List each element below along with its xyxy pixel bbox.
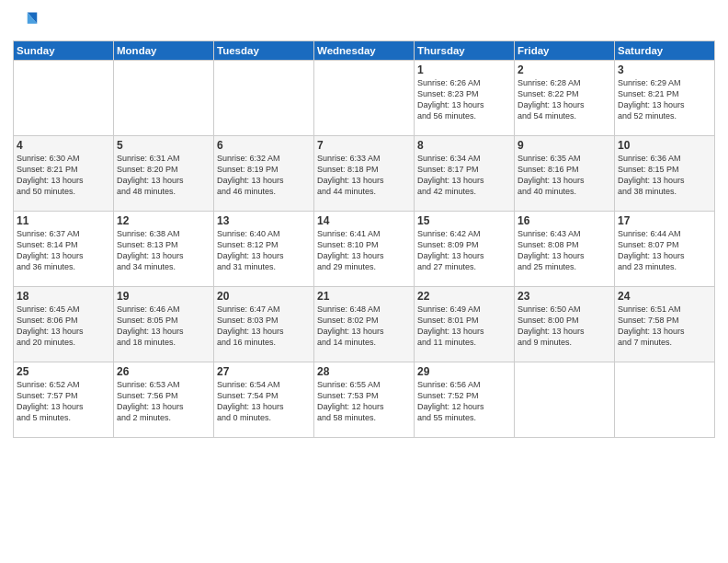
day-number: 2 (518, 63, 611, 76)
weekday-header-friday: Friday (515, 41, 615, 61)
day-detail: Sunrise: 6:30 AM Sunset: 8:21 PM Dayligh… (17, 153, 110, 198)
day-detail: Sunrise: 6:32 AM Sunset: 8:19 PM Dayligh… (217, 153, 311, 198)
week-row-2: 4Sunrise: 6:30 AM Sunset: 8:21 PM Daylig… (14, 136, 715, 212)
day-detail: Sunrise: 6:56 AM Sunset: 7:52 PM Dayligh… (417, 379, 511, 424)
day-cell: 23Sunrise: 6:50 AM Sunset: 8:00 PM Dayli… (515, 287, 615, 362)
day-number: 1 (417, 63, 511, 76)
day-cell: 10Sunrise: 6:36 AM Sunset: 8:15 PM Dayli… (615, 136, 715, 212)
day-number: 20 (217, 290, 311, 303)
day-detail: Sunrise: 6:54 AM Sunset: 7:54 PM Dayligh… (217, 379, 311, 424)
weekday-header-saturday: Saturday (615, 41, 715, 61)
day-cell: 8Sunrise: 6:34 AM Sunset: 8:17 PM Daylig… (415, 136, 515, 212)
day-cell: 3Sunrise: 6:29 AM Sunset: 8:21 PM Daylig… (615, 61, 715, 136)
day-cell: 16Sunrise: 6:43 AM Sunset: 8:08 PM Dayli… (515, 212, 615, 287)
day-number: 23 (518, 290, 611, 303)
day-detail: Sunrise: 6:35 AM Sunset: 8:16 PM Dayligh… (518, 153, 611, 198)
day-number: 28 (317, 365, 411, 378)
day-detail: Sunrise: 6:44 AM Sunset: 8:07 PM Dayligh… (618, 228, 711, 273)
day-number: 14 (317, 214, 411, 227)
day-number: 12 (117, 214, 210, 227)
day-cell: 19Sunrise: 6:46 AM Sunset: 8:05 PM Dayli… (114, 287, 214, 362)
day-cell: 24Sunrise: 6:51 AM Sunset: 7:58 PM Dayli… (615, 287, 715, 362)
day-detail: Sunrise: 6:37 AM Sunset: 8:14 PM Dayligh… (17, 228, 110, 273)
day-cell: 13Sunrise: 6:40 AM Sunset: 8:12 PM Dayli… (214, 212, 314, 287)
day-cell (615, 362, 715, 438)
day-cell (515, 362, 615, 438)
day-number: 17 (618, 214, 711, 227)
day-cell: 12Sunrise: 6:38 AM Sunset: 8:13 PM Dayli… (114, 212, 214, 287)
weekday-header-row: SundayMondayTuesdayWednesdayThursdayFrid… (14, 41, 715, 61)
day-cell: 28Sunrise: 6:55 AM Sunset: 7:53 PM Dayli… (314, 362, 415, 438)
day-cell: 21Sunrise: 6:48 AM Sunset: 8:02 PM Dayli… (314, 287, 415, 362)
day-cell: 26Sunrise: 6:53 AM Sunset: 7:56 PM Dayli… (114, 362, 214, 438)
weekday-header-tuesday: Tuesday (214, 41, 314, 61)
day-number: 13 (217, 214, 311, 227)
day-number: 5 (117, 139, 210, 152)
day-detail: Sunrise: 6:55 AM Sunset: 7:53 PM Dayligh… (317, 379, 411, 424)
day-cell: 15Sunrise: 6:42 AM Sunset: 8:09 PM Dayli… (415, 212, 515, 287)
day-number: 9 (518, 139, 611, 152)
week-row-3: 11Sunrise: 6:37 AM Sunset: 8:14 PM Dayli… (14, 212, 715, 287)
day-cell: 11Sunrise: 6:37 AM Sunset: 8:14 PM Dayli… (14, 212, 114, 287)
day-number: 7 (317, 139, 411, 152)
day-number: 22 (417, 290, 511, 303)
day-detail: Sunrise: 6:47 AM Sunset: 8:03 PM Dayligh… (217, 304, 311, 349)
day-number: 19 (117, 290, 210, 303)
header (13, 9, 715, 35)
day-cell: 22Sunrise: 6:49 AM Sunset: 8:01 PM Dayli… (415, 287, 515, 362)
day-cell: 5Sunrise: 6:31 AM Sunset: 8:20 PM Daylig… (114, 136, 214, 212)
day-detail: Sunrise: 6:46 AM Sunset: 8:05 PM Dayligh… (117, 304, 210, 349)
day-number: 6 (217, 139, 311, 152)
day-number: 26 (117, 365, 210, 378)
week-row-4: 18Sunrise: 6:45 AM Sunset: 8:06 PM Dayli… (14, 287, 715, 362)
day-cell (214, 61, 314, 136)
day-cell: 18Sunrise: 6:45 AM Sunset: 8:06 PM Dayli… (14, 287, 114, 362)
day-cell: 29Sunrise: 6:56 AM Sunset: 7:52 PM Dayli… (415, 362, 515, 438)
day-number: 8 (417, 139, 511, 152)
day-number: 25 (17, 365, 110, 378)
day-detail: Sunrise: 6:49 AM Sunset: 8:01 PM Dayligh… (417, 304, 511, 349)
day-number: 10 (618, 139, 711, 152)
day-cell: 27Sunrise: 6:54 AM Sunset: 7:54 PM Dayli… (214, 362, 314, 438)
weekday-header-sunday: Sunday (14, 41, 114, 61)
day-cell: 14Sunrise: 6:41 AM Sunset: 8:10 PM Dayli… (314, 212, 415, 287)
day-detail: Sunrise: 6:48 AM Sunset: 8:02 PM Dayligh… (317, 304, 411, 349)
day-detail: Sunrise: 6:51 AM Sunset: 7:58 PM Dayligh… (618, 304, 711, 349)
day-cell (314, 61, 415, 136)
day-number: 11 (17, 214, 110, 227)
logo-icon (13, 9, 39, 35)
day-number: 29 (417, 365, 511, 378)
day-number: 24 (618, 290, 711, 303)
day-detail: Sunrise: 6:36 AM Sunset: 8:15 PM Dayligh… (618, 153, 711, 198)
day-number: 15 (417, 214, 511, 227)
day-detail: Sunrise: 6:52 AM Sunset: 7:57 PM Dayligh… (17, 379, 110, 424)
day-number: 3 (618, 63, 711, 76)
day-number: 16 (518, 214, 611, 227)
day-cell (114, 61, 214, 136)
day-cell: 4Sunrise: 6:30 AM Sunset: 8:21 PM Daylig… (14, 136, 114, 212)
day-cell: 2Sunrise: 6:28 AM Sunset: 8:22 PM Daylig… (515, 61, 615, 136)
logo (13, 9, 42, 35)
day-detail: Sunrise: 6:31 AM Sunset: 8:20 PM Dayligh… (117, 153, 210, 198)
day-detail: Sunrise: 6:34 AM Sunset: 8:17 PM Dayligh… (417, 153, 511, 198)
weekday-header-thursday: Thursday (415, 41, 515, 61)
day-cell: 9Sunrise: 6:35 AM Sunset: 8:16 PM Daylig… (515, 136, 615, 212)
week-row-5: 25Sunrise: 6:52 AM Sunset: 7:57 PM Dayli… (14, 362, 715, 438)
day-detail: Sunrise: 6:42 AM Sunset: 8:09 PM Dayligh… (417, 228, 511, 273)
calendar: SundayMondayTuesdayWednesdayThursdayFrid… (13, 40, 715, 438)
day-number: 18 (17, 290, 110, 303)
day-detail: Sunrise: 6:50 AM Sunset: 8:00 PM Dayligh… (518, 304, 611, 349)
week-row-1: 1Sunrise: 6:26 AM Sunset: 8:23 PM Daylig… (14, 61, 715, 136)
day-detail: Sunrise: 6:29 AM Sunset: 8:21 PM Dayligh… (618, 77, 711, 122)
day-detail: Sunrise: 6:40 AM Sunset: 8:12 PM Dayligh… (217, 228, 311, 273)
day-cell: 7Sunrise: 6:33 AM Sunset: 8:18 PM Daylig… (314, 136, 415, 212)
day-detail: Sunrise: 6:43 AM Sunset: 8:08 PM Dayligh… (518, 228, 611, 273)
day-cell (14, 61, 114, 136)
day-number: 4 (17, 139, 110, 152)
weekday-header-wednesday: Wednesday (314, 41, 415, 61)
day-number: 21 (317, 290, 411, 303)
day-cell: 17Sunrise: 6:44 AM Sunset: 8:07 PM Dayli… (615, 212, 715, 287)
day-detail: Sunrise: 6:33 AM Sunset: 8:18 PM Dayligh… (317, 153, 411, 198)
day-cell: 6Sunrise: 6:32 AM Sunset: 8:19 PM Daylig… (214, 136, 314, 212)
day-number: 27 (217, 365, 311, 378)
